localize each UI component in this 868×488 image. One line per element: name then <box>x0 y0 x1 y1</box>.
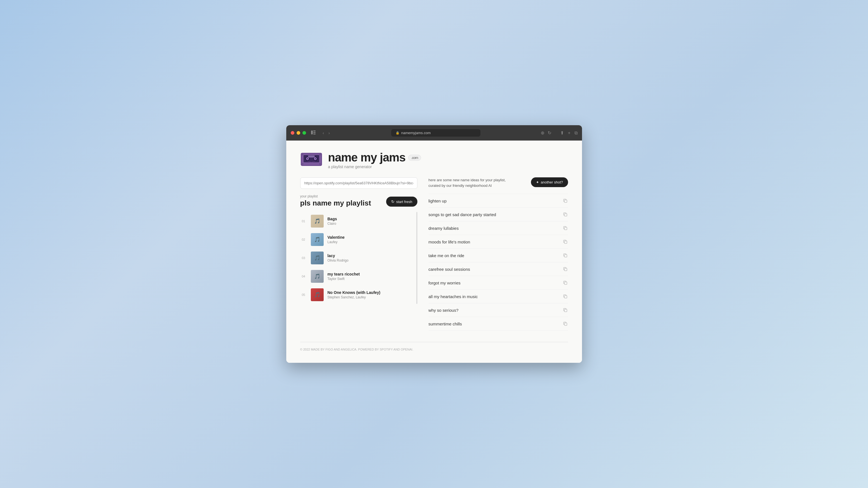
suggestion-item[interactable]: forgot my worries <box>429 276 568 290</box>
suggestion-item[interactable]: songs to get sad dance party started <box>429 208 568 221</box>
track-art: 🎵 <box>311 288 324 301</box>
close-button[interactable] <box>291 131 294 135</box>
track-artist: Stephen Sanchez, Laufey <box>328 295 417 299</box>
copy-icon[interactable] <box>562 280 568 286</box>
suggestion-item[interactable]: carefree soul sessions <box>429 262 568 276</box>
back-button[interactable]: ‹ <box>322 130 325 136</box>
main-layout: your playlist pls name my playlist ↻ sta… <box>300 177 568 331</box>
copy-icon[interactable] <box>562 294 568 299</box>
track-artist: Laufey <box>328 240 417 244</box>
track-info: my tears ricochet Taylor Swift <box>328 272 417 281</box>
suggestion-item[interactable]: why so serious? <box>429 303 568 317</box>
maximize-button[interactable] <box>303 131 306 135</box>
track-art-image: 🎵 <box>311 288 324 301</box>
suggestion-item[interactable]: lighten up <box>429 194 568 208</box>
track-title: Valentine <box>328 235 417 239</box>
track-number: 03 <box>300 256 307 260</box>
sparkle-icon: ✦ <box>536 180 539 184</box>
forward-button[interactable]: › <box>327 130 331 136</box>
minimize-button[interactable] <box>297 131 300 135</box>
svg-point-17 <box>319 163 320 165</box>
track-number: 02 <box>300 238 307 241</box>
svg-point-12 <box>315 158 316 159</box>
copy-icon[interactable] <box>562 198 568 203</box>
track-artist: Clairo <box>328 222 417 226</box>
svg-rect-25 <box>564 296 567 298</box>
translate-icon[interactable]: ⊕ <box>541 130 544 135</box>
another-shot-label: another shot? <box>541 180 563 184</box>
track-art: 🎵 <box>311 270 324 283</box>
track-art: 🎵 <box>311 252 324 264</box>
suggestion-text: why so serious? <box>429 308 459 313</box>
refresh-icon: ↻ <box>391 199 395 204</box>
svg-point-14 <box>302 154 303 155</box>
track-artist: Taylor Swift <box>328 277 417 281</box>
lock-icon: 🔒 <box>396 131 400 135</box>
left-panel: your playlist pls name my playlist ↻ sta… <box>300 177 417 331</box>
tab-overview-icon[interactable]: ⧉ <box>575 131 578 135</box>
svg-rect-22 <box>564 255 567 257</box>
track-title: my tears ricochet <box>328 272 417 276</box>
ai-description: here are some new name ideas for your pl… <box>429 177 506 188</box>
copy-icon[interactable] <box>562 307 568 313</box>
address-bar[interactable]: 🔒 namemyjams.com <box>391 129 480 137</box>
cassette-logo <box>300 152 322 167</box>
svg-rect-23 <box>564 268 567 271</box>
svg-rect-3 <box>313 134 316 134</box>
right-panel: here are some new name ideas for your pl… <box>429 177 568 331</box>
suggestion-text: dreamy lullabies <box>429 226 459 231</box>
svg-rect-26 <box>564 309 567 312</box>
track-art: 🎵 <box>311 215 324 228</box>
svg-rect-13 <box>308 155 315 158</box>
suggestion-item[interactable]: summertime chills <box>429 317 568 331</box>
playlist-header: your playlist pls name my playlist ↻ sta… <box>300 194 417 207</box>
suggestion-text: take me on the ride <box>429 253 464 258</box>
new-tab-icon[interactable]: + <box>568 131 570 135</box>
logo-text-area: name my jams .com a playlist name genera… <box>328 152 421 169</box>
suggestion-text: songs to get sad dance party started <box>429 212 496 217</box>
app-title-container: name my jams .com <box>328 152 421 163</box>
svg-rect-18 <box>564 200 567 202</box>
browser-actions: ⊕ ↻ <box>541 130 551 135</box>
svg-rect-20 <box>564 227 567 230</box>
track-item: 02 🎵 Valentine Laufey <box>300 230 417 249</box>
copy-icon[interactable] <box>562 225 568 231</box>
playlist-title-area: your playlist pls name my playlist <box>300 194 371 207</box>
sidebar-toggle[interactable] <box>309 130 317 136</box>
svg-rect-0 <box>311 131 313 134</box>
browser-controls: ‹ › <box>322 130 331 136</box>
ai-description-line2: curated by our friendly neighborhood AI <box>429 184 492 188</box>
copy-icon[interactable] <box>562 212 568 217</box>
playlist-name: pls name my playlist <box>300 199 371 207</box>
copy-icon[interactable] <box>562 266 568 272</box>
track-art-image: 🎵 <box>311 270 324 283</box>
start-fresh-button[interactable]: ↻ start fresh <box>386 197 417 207</box>
ai-description-line1: here are some new name ideas for your pl… <box>429 178 506 182</box>
dot-com-badge: .com <box>408 155 421 161</box>
suggestion-item[interactable]: all my heartaches in music <box>429 290 568 303</box>
copy-icon[interactable] <box>562 321 568 327</box>
app-subtitle: a playlist name generator <box>328 165 421 169</box>
track-title: No One Knows (with Laufey) <box>328 290 417 295</box>
copy-icon[interactable] <box>562 253 568 258</box>
suggestion-text: carefree soul sessions <box>429 267 470 271</box>
copy-icon[interactable] <box>562 239 568 245</box>
svg-point-16 <box>302 163 303 165</box>
suggestion-text: moods for life's motion <box>429 239 470 244</box>
svg-rect-19 <box>564 214 567 216</box>
another-shot-button[interactable]: ✦ another shot? <box>531 177 568 187</box>
svg-rect-2 <box>313 132 316 133</box>
suggestion-item[interactable]: moods for life's motion <box>429 235 568 249</box>
track-item: 03 🎵 lacy Olivia Rodrigo <box>300 249 417 267</box>
suggestion-item[interactable]: take me on the ride <box>429 249 568 262</box>
spotify-url-input[interactable] <box>300 177 417 189</box>
url-text: namemyjams.com <box>401 131 431 135</box>
svg-rect-1 <box>313 131 316 131</box>
share-icon[interactable]: ⬆ <box>560 130 564 135</box>
app-title: name my jams <box>328 152 406 163</box>
suggestion-item[interactable]: dreamy lullabies <box>429 221 568 235</box>
track-info: Valentine Laufey <box>328 235 417 244</box>
traffic-lights <box>291 131 306 135</box>
reload-icon[interactable]: ↻ <box>548 130 551 135</box>
header-section: name my jams .com a playlist name genera… <box>300 152 568 169</box>
